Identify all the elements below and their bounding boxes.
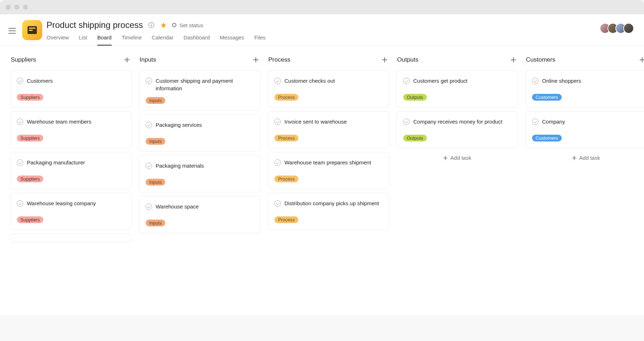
column-header: Inputs: [139, 56, 260, 64]
tab-board[interactable]: Board: [97, 34, 112, 45]
traffic-light-close[interactable]: [6, 5, 11, 10]
tab-files[interactable]: Files: [254, 34, 266, 45]
window-chrome: [0, 0, 644, 14]
tab-dashboard[interactable]: Dashboard: [184, 34, 210, 45]
add-task-button[interactable]: Add task: [525, 150, 644, 166]
hamburger-menu-button[interactable]: [6, 25, 18, 37]
column-add-button[interactable]: [638, 56, 644, 64]
tag-customers[interactable]: Customers: [532, 135, 562, 141]
tag-inputs[interactable]: Inputs: [146, 97, 165, 104]
task-card[interactable]: Packaging materialsInputs: [139, 155, 260, 192]
task-card-placeholder[interactable]: [10, 234, 132, 242]
complete-task-checkbox[interactable]: [274, 78, 281, 84]
traffic-light-minimize[interactable]: [14, 5, 19, 10]
task-title: Customer shipping and payment informatio…: [156, 77, 254, 92]
task-title: Warehouse space: [156, 203, 199, 210]
column-title[interactable]: Process: [268, 56, 290, 63]
column-add-button[interactable]: [381, 56, 389, 64]
complete-task-checkbox[interactable]: [403, 78, 410, 84]
complete-task-checkbox[interactable]: [274, 119, 281, 125]
tag-process[interactable]: Process: [274, 216, 298, 223]
task-card[interactable]: Customers get productOutputs: [396, 70, 518, 107]
svg-rect-2: [151, 25, 152, 27]
column-header: Suppliers: [10, 56, 132, 64]
complete-task-checkbox[interactable]: [146, 203, 152, 210]
task-title: Distribution company picks up shipment: [284, 200, 379, 207]
tag-suppliers[interactable]: Suppliers: [17, 216, 43, 223]
complete-task-checkbox[interactable]: [274, 200, 281, 207]
column-add-button[interactable]: [123, 56, 131, 64]
tab-calendar[interactable]: Calendar: [152, 34, 174, 45]
task-title: Warehouse leasing company: [27, 200, 96, 207]
tag-inputs[interactable]: Inputs: [146, 179, 165, 186]
tag-process[interactable]: Process: [274, 135, 298, 141]
complete-task-checkbox[interactable]: [146, 163, 152, 169]
task-card[interactable]: Warehouse leasing companySuppliers: [10, 193, 132, 230]
add-task-label: Add task: [579, 155, 600, 161]
task-card[interactable]: CustomersSuppliers: [10, 70, 132, 107]
task-title: Customer checks out: [284, 77, 335, 85]
task-title: Online shoppers: [542, 77, 581, 85]
complete-task-checkbox[interactable]: [17, 200, 23, 207]
tag-suppliers[interactable]: Suppliers: [17, 94, 43, 101]
tag-customers[interactable]: Customers: [532, 94, 562, 101]
task-card[interactable]: Packaging servicesInputs: [139, 114, 260, 152]
cards-list: Online shoppersCustomersCompanyCustomers: [525, 70, 644, 148]
task-title: Company: [542, 118, 565, 125]
project-members[interactable]: [600, 23, 634, 34]
column-customers: CustomersOnline shoppersCustomersCompany…: [525, 56, 644, 305]
set-status-label: Set status: [179, 22, 203, 28]
tab-list[interactable]: List: [79, 34, 87, 45]
task-card[interactable]: Invoice sent to warehouseProcess: [268, 111, 389, 148]
tag-suppliers[interactable]: Suppliers: [17, 176, 43, 182]
tag-inputs[interactable]: Inputs: [146, 220, 165, 226]
tag-process[interactable]: Process: [274, 94, 298, 101]
tab-messages[interactable]: Messages: [220, 34, 244, 45]
complete-task-checkbox[interactable]: [274, 159, 281, 166]
task-card[interactable]: Warehouse team membersSuppliers: [10, 111, 132, 148]
complete-task-checkbox[interactable]: [17, 78, 23, 84]
star-icon[interactable]: [160, 21, 167, 29]
tag-suppliers[interactable]: Suppliers: [17, 135, 43, 141]
task-card[interactable]: Customer checks outProcess: [268, 70, 389, 107]
column-header: Customers: [525, 56, 644, 64]
tab-timeline[interactable]: Timeline: [122, 34, 142, 45]
task-card[interactable]: Packaging manufacturerSuppliers: [10, 152, 132, 189]
add-task-button[interactable]: Add task: [396, 150, 518, 166]
column-inputs: InputsCustomer shipping and payment info…: [139, 56, 260, 305]
column-add-button[interactable]: [252, 56, 260, 64]
column-title[interactable]: Customers: [526, 56, 555, 63]
avatar[interactable]: [623, 23, 634, 34]
cards-list: CustomersSuppliersWarehouse team members…: [10, 70, 132, 242]
column-add-button[interactable]: [509, 56, 517, 64]
tab-overview[interactable]: Overview: [47, 34, 69, 45]
task-card[interactable]: Distribution company picks up shipmentPr…: [268, 193, 389, 230]
task-card[interactable]: Warehouse spaceInputs: [139, 196, 260, 233]
task-card[interactable]: CompanyCustomers: [525, 111, 644, 148]
task-card[interactable]: Online shoppersCustomers: [525, 70, 644, 107]
complete-task-checkbox[interactable]: [146, 122, 152, 128]
complete-task-checkbox[interactable]: [403, 119, 410, 125]
column-title[interactable]: Suppliers: [11, 56, 36, 63]
task-card[interactable]: Warehouse team prepares shipmentProcess: [268, 152, 389, 189]
complete-task-checkbox[interactable]: [146, 78, 152, 84]
complete-task-checkbox[interactable]: [532, 78, 538, 84]
tag-inputs[interactable]: Inputs: [146, 138, 165, 145]
set-status-button[interactable]: Set status: [172, 22, 203, 28]
plus-icon: [443, 156, 448, 160]
column-header: Outputs: [396, 56, 518, 64]
project-title[interactable]: Product shipping process: [47, 20, 143, 30]
column-title[interactable]: Inputs: [140, 56, 156, 63]
complete-task-checkbox[interactable]: [17, 119, 23, 125]
traffic-light-zoom[interactable]: [23, 5, 28, 10]
task-title: Customers: [27, 77, 53, 85]
tag-process[interactable]: Process: [274, 176, 298, 182]
complete-task-checkbox[interactable]: [17, 159, 23, 166]
column-title[interactable]: Outputs: [397, 56, 419, 63]
task-card[interactable]: Company receives money for productOutput…: [396, 111, 518, 148]
tag-outputs[interactable]: Outputs: [403, 135, 427, 141]
tag-outputs[interactable]: Outputs: [403, 94, 427, 101]
task-card[interactable]: Customer shipping and payment informatio…: [139, 70, 260, 111]
info-icon[interactable]: [148, 21, 155, 29]
complete-task-checkbox[interactable]: [532, 119, 538, 125]
